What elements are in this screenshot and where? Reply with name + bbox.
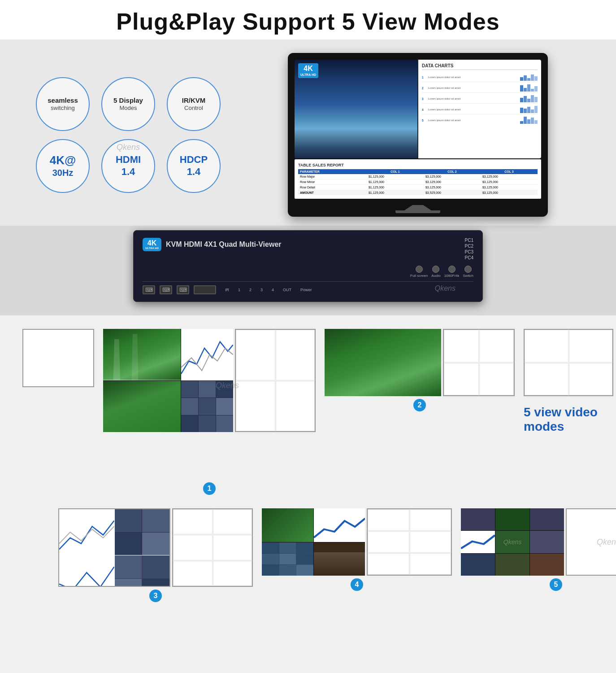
table-cell: $3,125,000 — [424, 185, 481, 190]
mode1-top-row — [103, 329, 233, 380]
feature-display-text2: Modes — [119, 105, 137, 112]
tv-table-header: PARAMETER — [298, 169, 367, 174]
mode3-chart-bottom — [59, 555, 114, 587]
tv-table-area: TABLE SALES REPORT PARAMETER COL 1 COL 2… — [295, 159, 541, 199]
port-label-ir: IR — [225, 288, 229, 292]
collage-cell — [216, 398, 233, 415]
feature-hdcp-text2: 1.4 — [187, 166, 201, 178]
mode3-bottom — [59, 555, 169, 587]
table-cell: $3,125,000 — [481, 174, 538, 179]
page: Plug&Play Support 5 View Modes seamless … — [0, 0, 616, 620]
mode3-line-chart-2 — [59, 555, 114, 587]
btn-audio-label: Audio — [431, 274, 440, 278]
mode5-right-watermark: Qkens — [597, 538, 616, 547]
view-mode-3-container: 3 — [58, 508, 253, 602]
btn-switch-label: Switch — [463, 274, 473, 278]
mode-number-2: 2 — [413, 399, 426, 411]
view-modes-row1: Qkens 1 2 — [22, 329, 594, 495]
collage-cell — [199, 415, 216, 433]
mode4-right — [367, 508, 452, 576]
table-cell: Row Detail — [298, 185, 367, 190]
tv-table-header: COL 3 — [481, 169, 538, 174]
usb-symbol-3: ⌨ — [179, 287, 187, 293]
table-cell: $1,125,000 — [367, 190, 424, 196]
grid-cell-3 — [236, 381, 275, 432]
mode-number-3: 3 — [149, 590, 162, 602]
feature-ir-text1: IR/KVM — [182, 96, 206, 105]
mode1-soccer-top — [103, 329, 181, 380]
mode5-watermark: Qkens — [503, 538, 521, 546]
mode2-right — [443, 329, 515, 396]
mode-number-5: 5 — [550, 578, 562, 591]
grid-cell — [368, 531, 409, 553]
view-mode-3-content — [58, 508, 253, 587]
btn-fullscreen[interactable] — [416, 266, 423, 273]
btn-fullscreen-group: Full screen — [410, 266, 428, 278]
sm-cell — [279, 565, 296, 576]
feature-bubble-hdcp: HDCP 1.4 — [167, 139, 221, 193]
mode5-right: Qkens — [566, 508, 616, 576]
collage-cell — [181, 398, 198, 415]
person-silhouette — [314, 552, 365, 576]
table-cell: AMOUNT — [298, 190, 367, 196]
mode1-line-chart — [181, 329, 233, 380]
view-modes-row2: 3 — [22, 508, 594, 602]
grid-cell-2 — [276, 330, 315, 380]
grid-cell-1 — [236, 330, 275, 380]
feature-ir-text2: Control — [184, 105, 203, 112]
sm-cell — [296, 565, 313, 576]
btn-resolution-group: 1080P/4k — [444, 266, 460, 278]
mode4-grid — [262, 508, 365, 576]
mode-number-1: 1 — [203, 482, 216, 495]
collage-cell — [115, 579, 142, 587]
grid-cell — [410, 509, 451, 531]
mode5-main: Qkens — [461, 508, 564, 576]
device-label-pc2: PC2 — [465, 244, 473, 249]
port-label-power: Power — [300, 288, 312, 292]
btn-audio-group: Audio — [431, 266, 440, 278]
device-label-pc3: PC3 — [465, 249, 473, 254]
view-mode-5-content: Qkens Qkens — [461, 508, 616, 576]
tv-chart-title: DATA CHARTS — [422, 63, 538, 70]
badge-4k: 4K — [145, 240, 159, 247]
mode5-cell-chart — [461, 531, 495, 553]
table-cell: $1,125,000 — [367, 179, 424, 185]
mode5-cell — [461, 554, 495, 576]
mode3-top — [59, 509, 169, 555]
tv-4k-badge: 4K ULTRA HD — [298, 63, 318, 78]
grid-cell — [213, 535, 252, 560]
mode3-right-placeholder — [524, 329, 613, 396]
usb-port-3: ⌨ — [177, 285, 189, 294]
sm-cell — [262, 542, 279, 553]
grid-cell — [410, 553, 451, 575]
tv-stand-base — [395, 210, 440, 213]
grid-cell — [569, 330, 613, 363]
device-brand: 4K ULTRA HD KVM HDMI 4X1 Quad Multi-View… — [143, 238, 282, 251]
tv-left-panel: 4K ULTRA HD — [295, 60, 417, 158]
mode5-cell — [530, 508, 564, 530]
grid-cell-4 — [276, 381, 315, 432]
collage-cell — [181, 415, 198, 433]
collage-cell — [216, 415, 233, 433]
mode5-cell — [495, 508, 529, 530]
mode-number-4: 4 — [351, 578, 363, 591]
feature-bubble-hdmi: HDMI 1.4 — [101, 139, 155, 193]
tv-container: 4K ULTRA HD DATA CHARTS 1 L — [238, 53, 598, 217]
feature-seamless-text1: seamless — [48, 96, 78, 105]
mode4-main — [262, 508, 365, 576]
table-cell: Row Major — [298, 174, 367, 179]
device-body: 4K ULTRA HD KVM HDMI 4X1 Quad Multi-View… — [133, 230, 483, 302]
grid-cell — [368, 509, 409, 531]
view-mode-1-left-box — [22, 329, 94, 387]
badge-ultra-hd: ULTRA HD — [145, 247, 159, 249]
feature-display-text1: 5 Display — [113, 96, 143, 105]
view-mode-4-content — [262, 508, 452, 576]
usb-port-2: ⌨ — [160, 285, 172, 294]
btn-audio[interactable] — [432, 266, 439, 273]
btn-resolution[interactable] — [448, 266, 455, 273]
ultra-hd-badge: 4K ULTRA HD — [143, 238, 161, 251]
btn-switch[interactable] — [464, 266, 472, 273]
btn-resolution-label: 1080P/4k — [444, 274, 460, 278]
features-grid: seamless switching 5 Display Modes IR/KV… — [36, 77, 224, 193]
feature-bubble-seamless: seamless switching — [36, 77, 90, 131]
